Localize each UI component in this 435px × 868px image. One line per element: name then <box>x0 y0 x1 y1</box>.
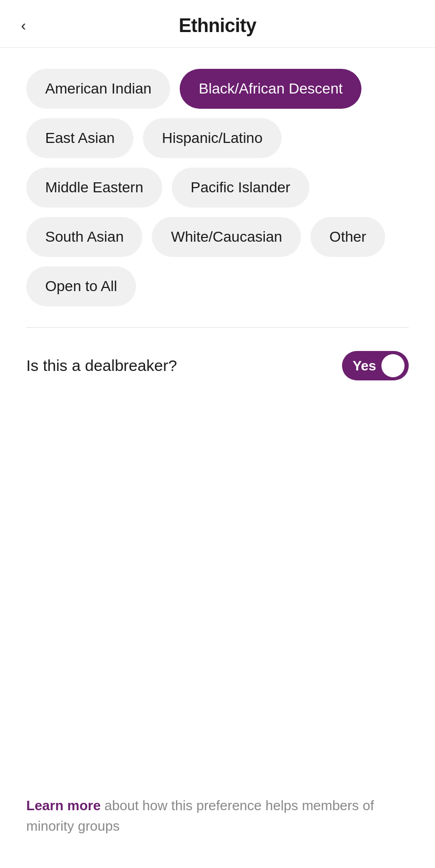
page-title: Ethnicity <box>179 15 256 37</box>
option-chip-american-indian[interactable]: American Indian <box>26 69 170 109</box>
option-chip-other[interactable]: Other <box>310 217 385 257</box>
dealbreaker-row: Is this a dealbreaker? Yes <box>0 328 435 404</box>
options-container: American IndianBlack/African DescentEast… <box>0 48 435 327</box>
option-chip-open-to-all[interactable]: Open to All <box>26 266 136 306</box>
option-chip-white-caucasian[interactable]: White/Caucasian <box>152 217 301 257</box>
header: ‹ Ethnicity <box>0 0 435 48</box>
dealbreaker-question: Is this a dealbreaker? <box>26 357 177 375</box>
option-chip-east-asian[interactable]: East Asian <box>26 118 133 158</box>
dealbreaker-toggle[interactable]: Yes <box>342 351 409 380</box>
option-chip-middle-eastern[interactable]: Middle Eastern <box>26 168 162 208</box>
option-chip-pacific-islander[interactable]: Pacific Islander <box>172 168 309 208</box>
toggle-circle <box>381 354 405 377</box>
option-chip-south-asian[interactable]: South Asian <box>26 217 142 257</box>
footer: Learn more about how this preference hel… <box>26 795 409 836</box>
option-chip-black-african-descent[interactable]: Black/African Descent <box>180 69 361 109</box>
option-chip-hispanic-latino[interactable]: Hispanic/Latino <box>143 118 281 158</box>
footer-link[interactable]: Learn more <box>26 798 101 813</box>
toggle-label: Yes <box>353 358 376 374</box>
back-button[interactable]: ‹ <box>19 16 28 35</box>
